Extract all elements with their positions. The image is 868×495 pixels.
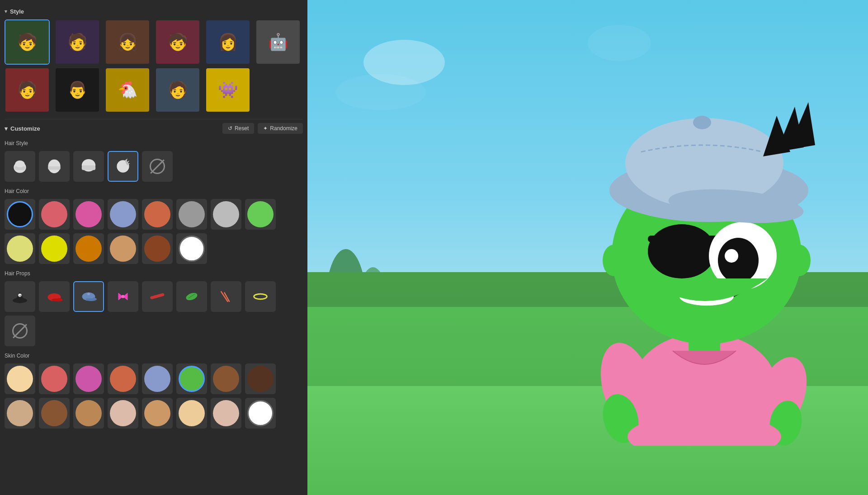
hair-color-swatch-7[interactable] <box>211 199 241 230</box>
skin-color-swatch-15[interactable] <box>211 398 241 429</box>
svg-point-50 <box>788 245 811 276</box>
style-card-6[interactable]: 🤖 <box>255 19 301 65</box>
style-card-11[interactable]: 👾 <box>205 67 250 113</box>
svg-rect-23 <box>150 293 165 299</box>
hair-color-swatch-6[interactable] <box>176 199 207 230</box>
svg-rect-4 <box>48 166 60 170</box>
left-panel: ▾ Style 🧒🧑👧🧒👩🤖🧑👨🐔🧑👾 ▾ Customize ↺ Reset … <box>0 0 307 495</box>
hair-style-item-3[interactable] <box>73 151 104 182</box>
svg-point-28 <box>254 294 267 299</box>
skin-color-swatch-10[interactable] <box>39 398 70 429</box>
hair-color-swatch-10[interactable] <box>39 233 70 264</box>
svg-rect-6 <box>82 165 95 170</box>
style-card-9[interactable]: 🐔 <box>105 67 150 113</box>
skin-color-label: Skin Color <box>5 353 303 359</box>
skin-color-swatch-13[interactable] <box>142 398 173 429</box>
svg-point-2 <box>15 160 24 167</box>
hair-color-swatch-11[interactable] <box>73 233 104 264</box>
hair-color-swatch-14[interactable] <box>176 233 207 264</box>
randomize-label: Randomize <box>270 125 297 132</box>
hair-prop-item-7[interactable] <box>211 281 241 312</box>
skin-color-swatch-2[interactable] <box>39 363 70 394</box>
skin-color-swatch-4[interactable] <box>108 363 138 394</box>
skin-color-swatch-12[interactable] <box>108 398 138 429</box>
customize-action-buttons: ↺ Reset ✦ Randomize <box>222 123 303 134</box>
svg-point-22 <box>122 295 125 298</box>
right-panel <box>307 0 868 495</box>
hair-style-label: Hair Style <box>5 140 303 146</box>
hair-props-label: Hair Props <box>5 270 303 277</box>
hair-prop-item-8[interactable] <box>245 281 276 312</box>
hair-color-swatch-9[interactable] <box>5 233 35 264</box>
style-section-label: Style <box>10 8 24 15</box>
style-section-header[interactable]: ▾ Style <box>5 8 303 15</box>
style-card-1[interactable]: 🧒 <box>5 19 50 65</box>
skin-color-swatch-1[interactable] <box>5 363 35 394</box>
skin-color-swatch-8[interactable] <box>245 363 276 394</box>
svg-rect-15 <box>50 295 59 299</box>
hair-prop-item-4[interactable] <box>108 281 138 312</box>
hair-color-swatch-12[interactable] <box>108 233 138 264</box>
style-card-8[interactable]: 👨 <box>55 67 100 113</box>
skin-color-swatch-11[interactable] <box>73 398 104 429</box>
randomize-button[interactable]: ✦ Randomize <box>258 123 303 134</box>
hair-color-swatch-3[interactable] <box>73 199 104 230</box>
skin-color-swatch-6[interactable] <box>176 363 207 394</box>
hair-color-swatch-2[interactable] <box>39 199 70 230</box>
style-card-10[interactable]: 🧑 <box>155 67 200 113</box>
style-card-7[interactable]: 🧑 <box>5 67 50 113</box>
hair-prop-item-1[interactable]: ☠ <box>5 281 35 312</box>
character-svg <box>569 61 840 446</box>
svg-point-42 <box>648 224 716 278</box>
skin-color-swatch-9[interactable] <box>5 398 35 429</box>
hair-color-swatch-1[interactable] <box>5 199 35 230</box>
hair-style-item-2[interactable] <box>39 151 70 182</box>
skin-color-swatch-5[interactable] <box>142 363 173 394</box>
hair-style-item-1[interactable] <box>5 151 35 182</box>
svg-rect-43 <box>648 236 718 242</box>
cloud-2 <box>588 25 651 61</box>
skin-color-swatch-16[interactable] <box>245 398 276 429</box>
hair-prop-item-2[interactable] <box>39 281 70 312</box>
style-grid: 🧒🧑👧🧒👩🤖🧑👨🐔🧑👾 <box>5 19 303 113</box>
reset-button[interactable]: ↺ Reset <box>222 123 254 134</box>
section-divider <box>5 119 303 119</box>
hair-color-swatch-8[interactable] <box>245 199 276 230</box>
svg-point-24 <box>185 292 198 302</box>
style-card-5[interactable]: 👩 <box>205 19 250 65</box>
hair-props-grid: ☠ <box>5 281 303 346</box>
customize-section-header: ▾ Customize ↺ Reset ✦ Randomize <box>5 123 303 134</box>
character-container <box>569 61 840 446</box>
svg-point-54 <box>693 116 711 129</box>
hair-color-label: Hair Color <box>5 188 303 194</box>
cloud-3 <box>335 74 426 110</box>
svg-point-45 <box>718 238 759 283</box>
skin-color-swatch-7[interactable] <box>211 363 241 394</box>
style-card-2[interactable]: 🧑 <box>55 19 100 65</box>
reset-icon: ↺ <box>228 125 232 132</box>
hair-style-item-4[interactable] <box>108 151 138 182</box>
skin-color-swatch-3[interactable] <box>73 363 104 394</box>
hair-color-swatch-4[interactable] <box>108 199 138 230</box>
reset-label: Reset <box>235 125 249 132</box>
hair-prop-item-5[interactable] <box>142 281 173 312</box>
hair-prop-item-9[interactable] <box>5 316 35 346</box>
customize-section-label: Customize <box>10 125 40 132</box>
hair-prop-item-6[interactable] <box>176 281 207 312</box>
style-card-3[interactable]: 👧 <box>105 19 150 65</box>
style-chevron-icon: ▾ <box>5 9 7 14</box>
svg-point-19 <box>87 292 90 295</box>
svg-point-46 <box>725 249 738 263</box>
skin-color-grid <box>5 363 303 429</box>
hair-color-swatch-13[interactable] <box>142 233 173 264</box>
hair-style-item-5[interactable] <box>142 151 173 182</box>
hair-color-grid <box>5 199 303 264</box>
randomize-icon: ✦ <box>263 125 268 132</box>
hair-color-swatch-5[interactable] <box>142 199 173 230</box>
skin-color-swatch-14[interactable] <box>176 398 207 429</box>
customize-chevron-icon: ▾ <box>5 125 8 132</box>
customize-label-group: ▾ Customize <box>5 125 40 132</box>
hair-style-grid <box>5 151 303 182</box>
style-card-4[interactable]: 🧒 <box>155 19 200 65</box>
hair-prop-item-3[interactable] <box>73 281 104 312</box>
